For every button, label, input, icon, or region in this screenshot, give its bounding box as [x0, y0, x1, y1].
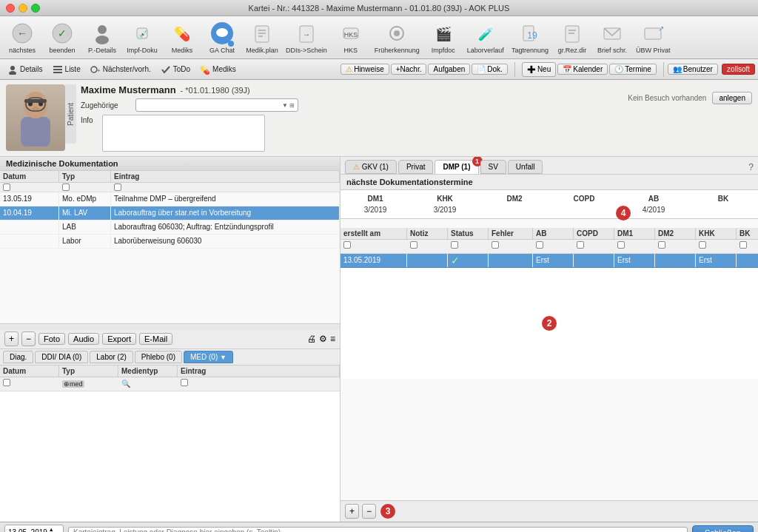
- kalender-button[interactable]: 📅 Kalender: [557, 64, 608, 75]
- eintrag-checkbox[interactable]: [114, 183, 121, 191]
- tab-sv[interactable]: SV: [480, 160, 506, 174]
- tab-ddi[interactable]: DDI/ DIA (0): [35, 351, 88, 363]
- row2-datum: [0, 220, 59, 234]
- toolbar-hks-button[interactable]: HKS HKS: [332, 18, 370, 57]
- badge2-container: 2: [542, 316, 557, 331]
- svg-rect-40: [21, 117, 50, 147]
- tb2-todo-button[interactable]: ToDo: [156, 61, 195, 78]
- typ-filter[interactable]: ⊕med: [62, 380, 84, 388]
- help-icon[interactable]: ?: [748, 162, 754, 172]
- minimize-traffic-light[interactable]: [19, 4, 27, 13]
- date-arrows: ▲ ▼: [49, 526, 54, 533]
- dmp-val-khk: 3/2019: [410, 204, 480, 215]
- dc-notiz-chk[interactable]: [410, 241, 417, 249]
- toolbar-medikplan-button[interactable]: Medik.plan: [243, 18, 281, 57]
- zollsoft-button[interactable]: zollsoft: [722, 64, 755, 75]
- maximize-traffic-light[interactable]: [31, 4, 40, 13]
- dc-khk-chk[interactable]: [699, 241, 706, 249]
- entry-input[interactable]: [68, 527, 688, 532]
- zugehorige-label: Zugehörige: [81, 101, 133, 110]
- dc-dm2-chk[interactable]: [658, 241, 665, 249]
- toolbar-beenden-button[interactable]: ✓ beenden: [43, 18, 81, 57]
- foto-button[interactable]: Foto: [38, 333, 65, 345]
- add-entry-button[interactable]: +: [4, 331, 19, 346]
- toolbar-impf-button[interactable]: 💉 Impf-Doku: [123, 18, 161, 57]
- toolbar-mediks-button[interactable]: 💊 Mediks: [163, 18, 201, 57]
- table-row[interactable]: Labor Laborüberweisung 606030: [0, 235, 340, 249]
- zugehorige-select[interactable]: ▼ ⊞: [135, 98, 298, 112]
- tab-diag[interactable]: Diag.: [3, 351, 33, 363]
- kalender-icon: 📅: [563, 65, 571, 73]
- tab-unfall[interactable]: Unfall: [508, 160, 543, 174]
- toolbar-fruh-button[interactable]: Früherkennung: [372, 18, 423, 57]
- lower-datum-chk[interactable]: [3, 379, 10, 386]
- table-row[interactable]: 13.05.19 Mo. eDMp Teilnahme DMP – übergr…: [0, 192, 340, 206]
- toolbar-back-button[interactable]: ← nächstes: [3, 18, 41, 57]
- nachr-button[interactable]: +Nachr.: [391, 64, 427, 75]
- toolbar-impfdoc-button[interactable]: 🎬 Impfdoc: [424, 18, 463, 57]
- dc-erstellt-chk[interactable]: [343, 241, 351, 249]
- tb2-mediks-button[interactable]: 💊 Mediks: [195, 61, 241, 78]
- doc-table-row[interactable]: 13.05.2019 ✓ Erst Erst Erst: [341, 254, 758, 268]
- toolbar-labor-button[interactable]: 🧪 Laborverlauf: [464, 18, 507, 57]
- tab-gkv[interactable]: ⚠ GKV (1): [345, 160, 397, 174]
- date-field[interactable]: 13.05. 2019 ▲ ▼: [4, 525, 64, 533]
- tab-phlebo[interactable]: Phlebo (0): [135, 351, 182, 363]
- lc-datum: [0, 377, 59, 391]
- date-up-arrow[interactable]: ▲: [49, 526, 54, 533]
- termine-button[interactable]: 🕐 Termine: [609, 64, 657, 75]
- print-icon[interactable]: 🖨: [307, 334, 316, 344]
- right-remove-button[interactable]: −: [362, 504, 376, 519]
- neu-button[interactable]: ✚ Neu: [522, 62, 556, 77]
- settings-icon[interactable]: ⚙: [319, 334, 327, 344]
- info-textbox[interactable]: [102, 115, 265, 152]
- table-row[interactable]: 10.04.19 Mi. LAV Laborauftrag über star.…: [0, 206, 340, 220]
- horizontal-scroll[interactable]: [0, 323, 340, 329]
- tab-labor[interactable]: Labor (2): [90, 351, 133, 363]
- hinweise-button[interactable]: ⚠ Hinweise: [341, 64, 389, 75]
- dc-ab-chk[interactable]: [536, 241, 543, 249]
- svg-rect-33: [53, 66, 62, 67]
- toolbar-ubw-button[interactable]: ↗ ÜBW Privat: [633, 18, 674, 57]
- list-icon[interactable]: ≡: [330, 334, 335, 344]
- toolbar-brief-button[interactable]: Brief schr.: [593, 18, 631, 57]
- audio-button[interactable]: Audio: [68, 333, 99, 345]
- tab-med[interactable]: MED (0) ▼: [184, 351, 233, 363]
- toolbar-tag-button[interactable]: 19 Tagtrennung: [509, 18, 551, 57]
- med-dok-title: Medizinische Dokumentation: [0, 157, 340, 171]
- lower-eintrag-chk[interactable]: [181, 379, 188, 386]
- dc-status-chk[interactable]: [451, 241, 458, 249]
- svg-text:✓: ✓: [58, 27, 67, 39]
- aufgaben-button[interactable]: Aufgaben: [428, 64, 470, 75]
- dth-copd: COPD: [574, 228, 614, 239]
- dok-button[interactable]: 📄 Dok.: [472, 64, 508, 75]
- tab-dmp[interactable]: DMP (1) 1: [435, 160, 478, 174]
- close-button[interactable]: Schließen: [692, 525, 754, 533]
- anlegen-button[interactable]: anlegen: [712, 92, 752, 104]
- toolbar-ddis-button[interactable]: → DDIs->Schein: [283, 18, 330, 57]
- tb2-todo-label: ToDo: [173, 65, 190, 73]
- tb2-details-button[interactable]: Details: [3, 61, 47, 78]
- benutzer-button[interactable]: 👥 Benutzer: [668, 64, 718, 75]
- toolbar-gachat-button[interactable]: GA Chat: [203, 18, 241, 57]
- tb2-liste-button[interactable]: Liste: [48, 61, 85, 78]
- email-button[interactable]: E-Mail: [139, 333, 172, 345]
- dc-dm1-chk[interactable]: [617, 241, 625, 249]
- remove-entry-button[interactable]: −: [21, 331, 36, 346]
- tb2-nachster-button[interactable]: + Nächster/vorh.: [86, 61, 155, 78]
- close-traffic-light[interactable]: [6, 4, 15, 13]
- dc-fehler-chk[interactable]: [492, 241, 499, 249]
- unfall-label: Unfall: [516, 163, 535, 171]
- dc-copd-chk[interactable]: [577, 241, 584, 249]
- dc-bk-chk[interactable]: [739, 241, 747, 249]
- right-add-button[interactable]: +: [345, 504, 359, 519]
- tab-privat[interactable]: Privat: [398, 160, 434, 174]
- table-row[interactable]: LAB Laborauftrag 606030; Auftrag: Entzün…: [0, 220, 340, 235]
- toolbar-pdetails-button[interactable]: P.-Details: [83, 18, 121, 57]
- datum-checkbox[interactable]: [3, 183, 10, 191]
- toolbar-grrez-button[interactable]: gr.Rez.dir: [553, 18, 591, 57]
- checkbox-row: [0, 183, 340, 192]
- export-button[interactable]: Export: [102, 333, 136, 345]
- grrez-icon: [560, 21, 584, 45]
- typ-checkbox[interactable]: [62, 183, 70, 191]
